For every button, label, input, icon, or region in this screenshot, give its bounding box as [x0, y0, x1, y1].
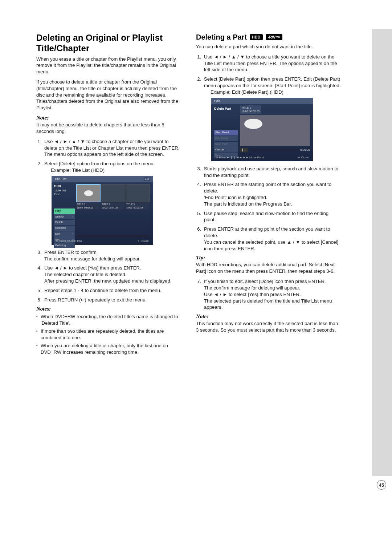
- r-step-6: Press ENTER at the ending point of the s…: [203, 226, 341, 252]
- step-3: Press ENTER to confirm. The confirm mess…: [43, 249, 181, 262]
- note-bullet-1: When DVD+RW recording, the deleted title…: [36, 313, 181, 327]
- r-step-7: If you finish to edit, select [Done] ico…: [203, 278, 341, 311]
- page-number: 45: [377, 480, 386, 490]
- r-step-6a: Press ENTER at the ending point of the s…: [204, 226, 330, 238]
- r-step-6b: You can cancel the selected point, use ▲…: [204, 239, 338, 251]
- tl-hdd-label: HDD: [53, 184, 75, 188]
- tl-thumb-cap-2: TITLE 216/02 00:01:28: [101, 203, 124, 210]
- r-step-7a: If you finish to edit, select [Done] ico…: [204, 279, 326, 284]
- step-1a: Use ◄ / ► / ▲ / ▼ to choose a chapter or…: [44, 139, 179, 151]
- delete-part-screenshot: Edit Delete Part Start Point End Point N…: [211, 98, 313, 161]
- tl-thumbs: TITLE 116/02 00:02:03 TITLE 216/02 00:01…: [75, 182, 153, 249]
- notes-list: When DVD+RW recording, the deleted title…: [36, 313, 181, 355]
- intro-right: You can delete a part which you do not w…: [196, 44, 341, 50]
- right-column: Deleting a Part HDD -RWVR You can delete…: [196, 33, 341, 533]
- tl-header: Title List: [52, 176, 153, 182]
- step-4b: The selected chapter or title is deleted…: [44, 272, 127, 277]
- r-step-3: Starts playback and use pause step, sear…: [203, 166, 341, 179]
- heading-delete-part: Deleting a Part HDD -RWVR: [196, 33, 341, 41]
- r-step-2: Select [Delete Part] option then press E…: [203, 76, 341, 161]
- tl-thumb-img-1: [76, 184, 101, 202]
- dp-progress-bar: [250, 149, 298, 151]
- dp-preview: [240, 115, 310, 146]
- dp-footer-right: ↩ Close: [298, 156, 309, 160]
- left-column: Deleting an Original or Playlist Title/C…: [36, 33, 181, 533]
- tl-menu-search: Search›: [54, 214, 75, 220]
- tl-thumb-2: TITLE 216/02 00:01:28: [101, 184, 124, 249]
- dp-time: 0:00:00: [300, 148, 310, 152]
- step-3a: Press ENTER to confirm.: [44, 250, 98, 255]
- example-caption-2: Example: Edit (Delete Part) (HDD): [211, 89, 341, 96]
- step-2a: Select [Delete] option from the options …: [44, 161, 155, 166]
- tl-thumb-cap-1: TITLE 116/02 00:02:03: [76, 203, 100, 210]
- note-text-1: It may not be possible to delete chapter…: [36, 122, 181, 135]
- tl-menu-dubbing: Dubbing: [54, 243, 75, 248]
- note-heading-2: Note:: [196, 313, 341, 320]
- tl-footer: ⊙ Enter GUIDE Info ↩ Close: [52, 239, 153, 243]
- tip-text: With HDD recordings, you can delete addi…: [196, 262, 341, 275]
- intro-para-2: If you choose to delete a title or chapt…: [36, 79, 181, 111]
- dp-title-info: TITLE 1 16/02 00:02:03: [240, 105, 261, 114]
- step-4a: Use ◄ / ► to select [Yes] then press ENT…: [44, 265, 141, 271]
- tl-free-label: 172H 6M Free: [53, 188, 75, 197]
- dp-menu-end: End Point: [214, 136, 238, 141]
- step-1: Use ◄ / ► / ▲ / ▼ to choose a chapter or…: [43, 138, 181, 158]
- tl-page-indicator: 1/3: [144, 177, 150, 181]
- heading-delete-part-text: Deleting a Part: [196, 33, 247, 41]
- step-1b: The menu options appears on the left sid…: [44, 151, 164, 157]
- step-4: Use ◄ / ► to select [Yes] then press ENT…: [43, 265, 181, 284]
- notes-heading: Notes:: [36, 306, 181, 312]
- tl-footer-left: ⊙ Enter GUIDE Info: [56, 239, 82, 243]
- tl-footer-right: ↩ Close: [138, 239, 149, 243]
- step-4c: After pressing ENTER, the new, updated m…: [44, 278, 171, 284]
- note-heading: Note:: [36, 115, 181, 121]
- dp-menu-next: Next Part: [214, 142, 238, 147]
- dp-right-panel: TITLE 1 16/02 00:02:03 ❙❙ 0:00:00: [239, 104, 313, 159]
- tl-thumb-cap-3: TITLE 316/02 00:05:30: [126, 203, 149, 210]
- badge-rwvr: -RWVR: [266, 34, 282, 40]
- dp-body: Delete Part Start Point End Point Next P…: [211, 104, 313, 159]
- r-step-4c: The part is indicated on the Progress Ba…: [204, 201, 292, 207]
- side-tab: [372, 29, 392, 476]
- note-text-2: This function may not work correctly if …: [196, 320, 341, 333]
- heading-delete-original: Deleting an Original or Playlist Title/C…: [36, 33, 181, 54]
- steps-left: Use ◄ / ► / ▲ / ▼ to choose a chapter or…: [36, 138, 181, 303]
- dp-menu-cancel: Cancel: [214, 147, 238, 153]
- badge-hdd: HDD: [250, 34, 263, 40]
- dp-header: Edit: [211, 98, 313, 104]
- tl-menu-delete: Delete: [54, 220, 75, 225]
- title-list-screenshot: Title List 1/3 HDD 172H 6M Free Play Sea…: [52, 176, 153, 245]
- r-step-2a: Select [Delete Part] option then press E…: [204, 76, 341, 88]
- intro-para-1: When you erase a title or chapter from t…: [36, 56, 181, 75]
- r-step-7c: Use ◄ / ► to select [Yes] then press ENT…: [204, 292, 301, 297]
- dp-progress: ❙❙ 0:00:00: [240, 147, 310, 153]
- tl-thumb-img-2: [101, 184, 125, 202]
- steps-right-cont: If you finish to edit, select [Done] ico…: [196, 278, 341, 311]
- r-step-4: Press ENTER at the starting point of the…: [203, 181, 341, 207]
- r-step-4b: 'End Point' icon is highlighted.: [204, 195, 267, 200]
- tl-body: HDD 172H 6M Free Play Search› Delete Ren…: [52, 182, 153, 249]
- step-2: Select [Delete] option from the options …: [43, 161, 181, 245]
- tl-thumb-img-3: [126, 184, 150, 202]
- step-3b: The confirm message for deleting will ap…: [44, 256, 140, 262]
- tl-menu-play: Play: [54, 208, 75, 214]
- r-step-7b: The confirm message for deleting will ap…: [204, 285, 300, 291]
- dp-menu-start: Start Point: [214, 130, 238, 135]
- page: Editing 45 Deleting an Original or Playl…: [0, 0, 392, 555]
- r-step-5: Use pause step, search and slow-motion t…: [203, 210, 341, 223]
- tl-scrollbar: [77, 235, 150, 237]
- example-caption-1: Example: Title List (HDD): [51, 167, 181, 174]
- note-bullet-3: When you are deleting a title or chapter…: [36, 343, 181, 356]
- r-step-4a: Press ENTER at the starting point of the…: [204, 182, 331, 194]
- tl-sidebar: HDD 172H 6M Free Play Search› Delete Ren…: [52, 182, 75, 249]
- pause-icon: ❙❙: [240, 148, 248, 153]
- dp-footer: ⊙ Enter ► ❙❙ ◄◄ ►► Move Point ↩ Close: [211, 156, 313, 160]
- r-step-7d: The selected part is deleted from the ti…: [204, 298, 332, 310]
- r-step-1: Use ◄ / ► / ▲ / ▼ to choose a title you …: [203, 54, 341, 73]
- tl-thumb-3: TITLE 316/02 00:05:30: [126, 184, 149, 249]
- dp-footer-left: ⊙ Enter ► ❙❙ ◄◄ ►► Move Point: [216, 156, 264, 160]
- steps-right: Use ◄ / ► / ▲ / ▼ to choose a title you …: [196, 54, 341, 252]
- tl-menu-edit: Edit›: [54, 231, 75, 237]
- note-bullet-2: If more than two titles are repeatedly d…: [36, 328, 181, 341]
- dp-label: Delete Part: [213, 106, 239, 112]
